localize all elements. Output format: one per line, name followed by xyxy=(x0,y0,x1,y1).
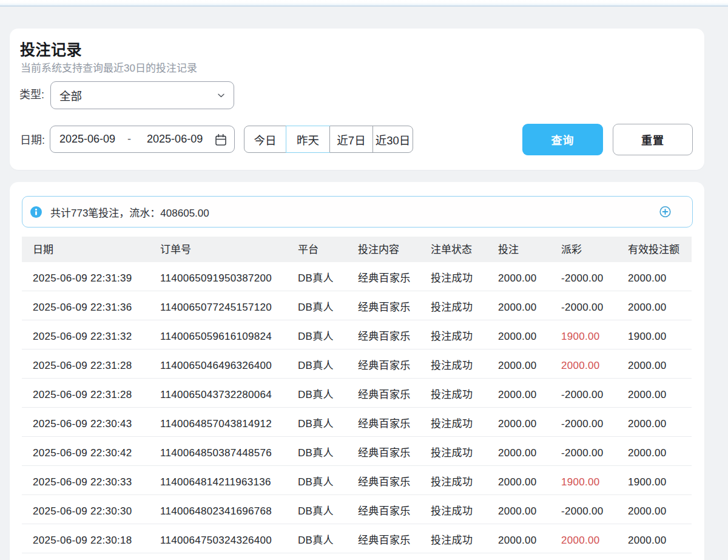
chevron-down-icon xyxy=(218,93,224,98)
table-row: 2025-06-09 22:31:28 1140065043732280064 … xyxy=(22,379,692,408)
date-separator: - xyxy=(127,133,131,146)
table-row: 2025-06-09 22:31:36 1140065077245157120 … xyxy=(22,291,692,320)
date-range-picker[interactable]: 2025-06-09 - 2025-06-09 xyxy=(50,126,235,153)
cell-date: 2025-06-09 22:30:18 xyxy=(22,524,160,553)
column-header: 派彩 xyxy=(561,237,628,262)
cell-order: 1140064750324326400 xyxy=(160,524,298,553)
records-table: 日期 订单号 平台 投注内容 注单状态 投注 派彩 有效投注额 2025-06-… xyxy=(22,237,692,553)
type-select-value: 全部 xyxy=(59,87,82,103)
cell-payout: -2000.00 xyxy=(561,379,628,408)
expand-plus-icon[interactable] xyxy=(659,206,671,218)
cell-payout: -2000.00 xyxy=(561,495,628,524)
cell-status: 投注成功 xyxy=(431,349,498,379)
cell-status: 投注成功 xyxy=(431,495,498,524)
cell-valid: 1900.00 xyxy=(628,466,692,495)
cell-content: 经典百家乐 xyxy=(358,379,431,408)
cell-date: 2025-06-09 22:31:32 xyxy=(22,320,160,349)
summary-text: 共计773笔投注，流水：408605.00 xyxy=(50,204,209,220)
cell-date: 2025-06-09 22:31:36 xyxy=(22,291,160,320)
column-header: 日期 xyxy=(22,237,160,262)
cell-platform: DB真人 xyxy=(298,320,358,349)
column-header: 平台 xyxy=(298,237,358,262)
cell-date: 2025-06-09 22:30:30 xyxy=(22,495,160,524)
summary-bar: 共计773笔投注，流水：408605.00 xyxy=(22,196,693,228)
quick-range-button[interactable]: 今日 xyxy=(244,126,286,152)
cell-date: 2025-06-09 22:30:42 xyxy=(22,437,160,466)
cell-content: 经典百家乐 xyxy=(358,466,431,495)
table-row: 2025-06-09 22:30:43 1140064857043814912 … xyxy=(22,408,692,437)
quick-range-button[interactable]: 昨天 xyxy=(286,126,329,152)
top-header-edge xyxy=(0,0,728,7)
cell-payout: 2000.00 xyxy=(561,349,628,379)
calendar-icon xyxy=(215,133,226,146)
date-start-value: 2025-06-09 xyxy=(59,133,115,146)
cell-valid: 2000.00 xyxy=(628,495,692,524)
quick-range-group: 今日 昨天 近7日 近30日 xyxy=(244,126,413,153)
cell-bet: 2000.00 xyxy=(498,466,561,495)
table-row: 2025-06-09 22:31:32 1140065059616109824 … xyxy=(22,320,692,349)
cell-bet: 2000.00 xyxy=(498,379,561,408)
cell-content: 经典百家乐 xyxy=(358,408,431,437)
cell-platform: DB真人 xyxy=(298,408,358,437)
cell-status: 投注成功 xyxy=(431,466,498,495)
cell-platform: DB真人 xyxy=(298,379,358,408)
cell-platform: DB真人 xyxy=(298,262,358,291)
page-subtitle: 当前系统支持查询最近30日的投注记录 xyxy=(21,62,197,75)
table-row: 2025-06-09 22:31:28 1140065046496326400 … xyxy=(22,349,692,379)
cell-content: 经典百家乐 xyxy=(358,349,431,379)
table-row: 2025-06-09 22:30:33 1140064814211963136 … xyxy=(22,466,692,495)
cell-valid: 2000.00 xyxy=(628,349,692,379)
table-row: 2025-06-09 22:31:39 1140065091950387200 … xyxy=(22,262,692,291)
cell-status: 投注成功 xyxy=(431,291,498,320)
cell-content: 经典百家乐 xyxy=(358,320,431,349)
cell-order: 1140065059616109824 xyxy=(160,320,298,349)
cell-order: 1140064802341696768 xyxy=(160,495,298,524)
cell-status: 投注成功 xyxy=(431,262,498,291)
cell-platform: DB真人 xyxy=(298,466,358,495)
cell-content: 经典百家乐 xyxy=(358,495,431,524)
cell-valid: 2000.00 xyxy=(628,379,692,408)
cell-valid: 2000.00 xyxy=(628,408,692,437)
cell-bet: 2000.00 xyxy=(498,408,561,437)
reset-button[interactable]: 重置 xyxy=(613,124,693,155)
cell-platform: DB真人 xyxy=(298,291,358,320)
cell-status: 投注成功 xyxy=(431,379,498,408)
cell-status: 投注成功 xyxy=(431,320,498,349)
cell-content: 经典百家乐 xyxy=(358,437,431,466)
table-header: 日期 订单号 平台 投注内容 注单状态 投注 派彩 有效投注额 xyxy=(22,237,692,262)
date-label: 日期: xyxy=(20,133,45,147)
type-label: 类型: xyxy=(19,88,44,101)
cell-payout: -2000.00 xyxy=(561,291,628,320)
column-header: 有效投注额 xyxy=(628,237,692,262)
results-card: 共计773笔投注，流水：408605.00 日期 订单号 平台 投注内容 注单状… xyxy=(10,182,704,560)
cell-order: 1140065046496326400 xyxy=(160,349,298,379)
search-button[interactable]: 查询 xyxy=(522,124,603,155)
cell-bet: 2000.00 xyxy=(498,291,561,320)
cell-content: 经典百家乐 xyxy=(358,291,431,320)
column-header: 订单号 xyxy=(160,237,298,262)
quick-range-button[interactable]: 近30日 xyxy=(372,126,413,152)
cell-payout: -2000.00 xyxy=(561,437,628,466)
betting-records-page: { "filter_card": { "title": "投注记录", "sub… xyxy=(0,0,728,560)
table-row: 2025-06-09 22:30:42 1140064850387448576 … xyxy=(22,437,692,466)
quick-range-button[interactable]: 近7日 xyxy=(329,126,372,152)
cell-status: 投注成功 xyxy=(431,437,498,466)
cell-bet: 2000.00 xyxy=(498,524,561,553)
cell-valid: 2000.00 xyxy=(628,291,692,320)
type-select[interactable]: 全部 xyxy=(50,81,234,109)
cell-date: 2025-06-09 22:31:28 xyxy=(22,379,160,408)
cell-valid: 2000.00 xyxy=(628,524,692,553)
cell-content: 经典百家乐 xyxy=(358,262,431,291)
table-row: 2025-06-09 22:30:30 1140064802341696768 … xyxy=(22,495,692,524)
cell-payout: -2000.00 xyxy=(561,408,628,437)
cell-date: 2025-06-09 22:31:28 xyxy=(22,349,160,379)
cell-valid: 1900.00 xyxy=(628,320,692,349)
cell-order: 1140065043732280064 xyxy=(160,379,298,408)
cell-content: 经典百家乐 xyxy=(358,524,431,553)
cell-order: 1140065077245157120 xyxy=(160,291,298,320)
cell-date: 2025-06-09 22:31:39 xyxy=(22,262,160,291)
page-title: 投注记录 xyxy=(20,42,82,58)
cell-payout: -2000.00 xyxy=(561,262,628,291)
column-header: 投注 xyxy=(498,237,561,262)
cell-bet: 2000.00 xyxy=(498,495,561,524)
